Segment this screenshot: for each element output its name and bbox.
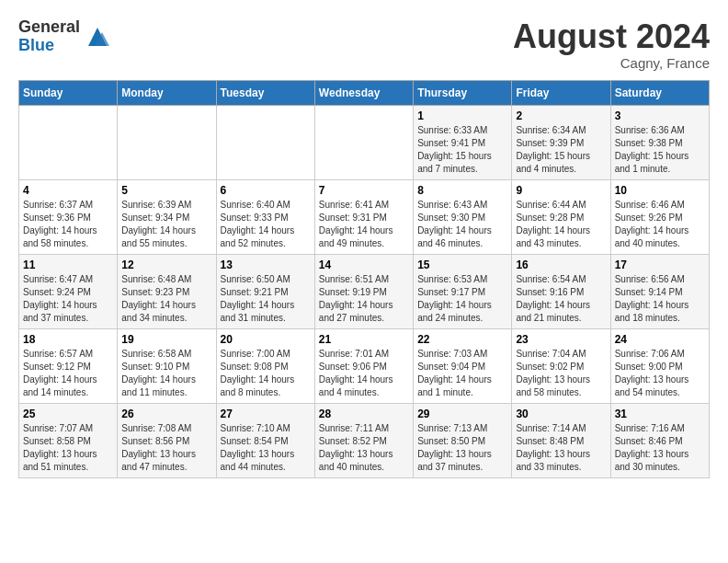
calendar-cell	[314, 105, 413, 179]
title-block: August 2024 Cagny, France	[513, 18, 710, 71]
day-of-week-header: Sunday	[19, 80, 118, 105]
calendar-cell: 28Sunrise: 7:11 AM Sunset: 8:52 PM Dayli…	[314, 403, 413, 477]
day-number: 26	[121, 408, 211, 420]
day-number: 24	[615, 333, 705, 346]
calendar-cell: 8Sunrise: 6:43 AM Sunset: 9:30 PM Daylig…	[414, 179, 512, 254]
logo-text: General Blue	[18, 18, 80, 55]
day-of-week-header: Thursday	[414, 80, 512, 105]
day-number: 31	[615, 408, 705, 420]
day-number: 6	[221, 184, 311, 197]
location-title: Cagny, France	[513, 55, 710, 71]
logo-icon	[84, 23, 111, 51]
calendar-cell: 1Sunrise: 6:33 AM Sunset: 9:41 PM Daylig…	[414, 105, 512, 179]
day-number: 23	[516, 333, 606, 346]
day-info: Sunrise: 7:07 AM Sunset: 8:58 PM Dayligh…	[23, 422, 113, 474]
calendar-cell: 9Sunrise: 6:44 AM Sunset: 9:28 PM Daylig…	[512, 179, 610, 254]
calendar-cell: 4Sunrise: 6:37 AM Sunset: 9:36 PM Daylig…	[19, 179, 118, 254]
day-info: Sunrise: 6:58 AM Sunset: 9:10 PM Dayligh…	[121, 348, 211, 399]
day-number: 19	[121, 333, 211, 346]
day-number: 10	[615, 184, 705, 197]
day-number: 27	[221, 408, 311, 420]
calendar-table: SundayMondayTuesdayWednesdayThursdayFrid…	[18, 80, 710, 478]
day-info: Sunrise: 6:46 AM Sunset: 9:26 PM Dayligh…	[615, 199, 705, 250]
calendar-cell: 13Sunrise: 6:50 AM Sunset: 9:21 PM Dayli…	[216, 254, 314, 328]
days-header-row: SundayMondayTuesdayWednesdayThursdayFrid…	[19, 80, 710, 105]
day-number: 12	[121, 259, 211, 271]
day-of-week-header: Monday	[118, 80, 216, 105]
day-info: Sunrise: 6:43 AM Sunset: 9:30 PM Dayligh…	[417, 199, 507, 250]
calendar-cell	[19, 105, 118, 179]
calendar-cell: 17Sunrise: 6:56 AM Sunset: 9:14 PM Dayli…	[610, 254, 709, 328]
calendar-cell: 5Sunrise: 6:39 AM Sunset: 9:34 PM Daylig…	[118, 179, 216, 254]
calendar-cell: 30Sunrise: 7:14 AM Sunset: 8:48 PM Dayli…	[512, 403, 610, 477]
calendar-cell: 11Sunrise: 6:47 AM Sunset: 9:24 PM Dayli…	[19, 254, 118, 328]
calendar-week-row: 25Sunrise: 7:07 AM Sunset: 8:58 PM Dayli…	[19, 403, 710, 477]
day-of-week-header: Friday	[512, 80, 610, 105]
logo: General Blue	[18, 18, 111, 55]
day-info: Sunrise: 6:44 AM Sunset: 9:28 PM Dayligh…	[516, 199, 606, 250]
day-number: 28	[319, 408, 409, 420]
calendar-cell: 27Sunrise: 7:10 AM Sunset: 8:54 PM Dayli…	[216, 403, 314, 477]
day-info: Sunrise: 6:48 AM Sunset: 9:23 PM Dayligh…	[121, 273, 211, 325]
calendar-cell: 29Sunrise: 7:13 AM Sunset: 8:50 PM Dayli…	[414, 403, 512, 477]
calendar-cell: 18Sunrise: 6:57 AM Sunset: 9:12 PM Dayli…	[19, 328, 118, 403]
day-info: Sunrise: 6:39 AM Sunset: 9:34 PM Dayligh…	[121, 199, 211, 250]
day-of-week-header: Wednesday	[314, 80, 413, 105]
calendar-week-row: 1Sunrise: 6:33 AM Sunset: 9:41 PM Daylig…	[19, 105, 710, 179]
calendar-cell	[118, 105, 216, 179]
day-of-week-header: Saturday	[610, 80, 709, 105]
day-number: 15	[417, 259, 507, 271]
day-number: 29	[417, 408, 507, 420]
day-info: Sunrise: 7:14 AM Sunset: 8:48 PM Dayligh…	[516, 422, 606, 474]
calendar-week-row: 18Sunrise: 6:57 AM Sunset: 9:12 PM Dayli…	[19, 328, 710, 403]
calendar-week-row: 4Sunrise: 6:37 AM Sunset: 9:36 PM Daylig…	[19, 179, 710, 254]
day-info: Sunrise: 6:34 AM Sunset: 9:39 PM Dayligh…	[516, 124, 606, 176]
logo-blue: Blue	[18, 37, 80, 55]
day-info: Sunrise: 7:01 AM Sunset: 9:06 PM Dayligh…	[319, 348, 409, 399]
day-number: 7	[319, 184, 409, 197]
day-number: 16	[516, 259, 606, 271]
day-info: Sunrise: 6:51 AM Sunset: 9:19 PM Dayligh…	[319, 273, 409, 325]
calendar-week-row: 11Sunrise: 6:47 AM Sunset: 9:24 PM Dayli…	[19, 254, 710, 328]
day-info: Sunrise: 7:11 AM Sunset: 8:52 PM Dayligh…	[319, 422, 409, 474]
calendar-cell: 19Sunrise: 6:58 AM Sunset: 9:10 PM Dayli…	[118, 328, 216, 403]
calendar-cell: 12Sunrise: 6:48 AM Sunset: 9:23 PM Dayli…	[118, 254, 216, 328]
day-info: Sunrise: 7:03 AM Sunset: 9:04 PM Dayligh…	[417, 348, 507, 399]
day-info: Sunrise: 6:47 AM Sunset: 9:24 PM Dayligh…	[23, 273, 113, 325]
calendar-cell: 26Sunrise: 7:08 AM Sunset: 8:56 PM Dayli…	[118, 403, 216, 477]
day-info: Sunrise: 7:13 AM Sunset: 8:50 PM Dayligh…	[417, 422, 507, 474]
day-number: 11	[23, 259, 113, 271]
day-number: 9	[516, 184, 606, 197]
day-info: Sunrise: 6:50 AM Sunset: 9:21 PM Dayligh…	[221, 273, 311, 325]
day-number: 14	[319, 259, 409, 271]
logo-general: General	[18, 18, 80, 37]
calendar-cell: 20Sunrise: 7:00 AM Sunset: 9:08 PM Dayli…	[216, 328, 314, 403]
calendar-cell: 15Sunrise: 6:53 AM Sunset: 9:17 PM Dayli…	[414, 254, 512, 328]
calendar-cell: 21Sunrise: 7:01 AM Sunset: 9:06 PM Dayli…	[314, 328, 413, 403]
calendar-cell: 6Sunrise: 6:40 AM Sunset: 9:33 PM Daylig…	[216, 179, 314, 254]
calendar-cell: 24Sunrise: 7:06 AM Sunset: 9:00 PM Dayli…	[610, 328, 709, 403]
calendar-cell: 14Sunrise: 6:51 AM Sunset: 9:19 PM Dayli…	[314, 254, 413, 328]
month-year-title: August 2024	[513, 18, 710, 55]
day-info: Sunrise: 6:53 AM Sunset: 9:17 PM Dayligh…	[417, 273, 507, 325]
day-info: Sunrise: 7:10 AM Sunset: 8:54 PM Dayligh…	[221, 422, 311, 474]
day-info: Sunrise: 7:00 AM Sunset: 9:08 PM Dayligh…	[221, 348, 311, 399]
day-number: 18	[23, 333, 113, 346]
day-info: Sunrise: 6:37 AM Sunset: 9:36 PM Dayligh…	[23, 199, 113, 250]
day-info: Sunrise: 6:33 AM Sunset: 9:41 PM Dayligh…	[417, 124, 507, 176]
calendar-cell: 7Sunrise: 6:41 AM Sunset: 9:31 PM Daylig…	[314, 179, 413, 254]
day-info: Sunrise: 6:56 AM Sunset: 9:14 PM Dayligh…	[615, 273, 705, 325]
day-of-week-header: Tuesday	[216, 80, 314, 105]
day-number: 22	[417, 333, 507, 346]
day-info: Sunrise: 7:08 AM Sunset: 8:56 PM Dayligh…	[121, 422, 211, 474]
calendar-cell: 25Sunrise: 7:07 AM Sunset: 8:58 PM Dayli…	[19, 403, 118, 477]
page-header: General Blue August 2024 Cagny, France	[18, 18, 710, 71]
calendar-cell: 3Sunrise: 6:36 AM Sunset: 9:38 PM Daylig…	[610, 105, 709, 179]
calendar-cell: 31Sunrise: 7:16 AM Sunset: 8:46 PM Dayli…	[610, 403, 709, 477]
day-info: Sunrise: 7:16 AM Sunset: 8:46 PM Dayligh…	[615, 422, 705, 474]
day-info: Sunrise: 6:57 AM Sunset: 9:12 PM Dayligh…	[23, 348, 113, 399]
calendar-cell: 2Sunrise: 6:34 AM Sunset: 9:39 PM Daylig…	[512, 105, 610, 179]
day-info: Sunrise: 7:04 AM Sunset: 9:02 PM Dayligh…	[516, 348, 606, 399]
day-number: 4	[23, 184, 113, 197]
calendar-cell	[216, 105, 314, 179]
